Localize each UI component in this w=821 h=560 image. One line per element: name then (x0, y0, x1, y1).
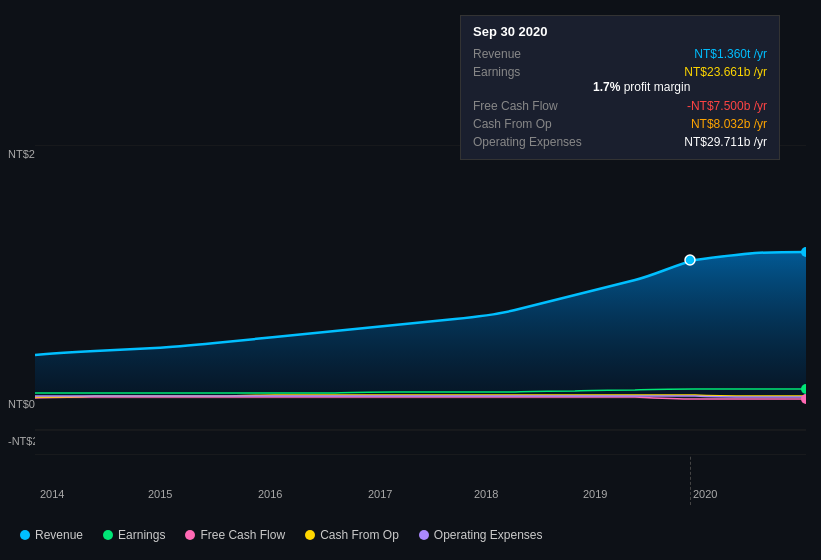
tooltip: Sep 30 2020 Revenue NT$1.360t /yr Earnin… (460, 15, 780, 160)
tooltip-title: Sep 30 2020 (473, 24, 767, 39)
legend-cashfromop[interactable]: Cash From Op (305, 528, 399, 542)
x-label-2020: 2020 (693, 488, 717, 500)
x-label-2014: 2014 (40, 488, 64, 500)
legend-dot-cashfromop (305, 530, 315, 540)
tooltip-row-opex: Operating Expenses NT$29.711b /yr (473, 133, 767, 151)
tooltip-value-opex: NT$29.711b /yr (684, 135, 767, 149)
tooltip-label-cashfromop: Cash From Op (473, 117, 593, 131)
tooltip-label-earnings: Earnings (473, 65, 593, 79)
x-label-2019: 2019 (583, 488, 607, 500)
legend-revenue[interactable]: Revenue (20, 528, 83, 542)
legend-label-opex: Operating Expenses (434, 528, 543, 542)
tooltip-label-fcf: Free Cash Flow (473, 99, 593, 113)
tooltip-row-cashfromop: Cash From Op NT$8.032b /yr (473, 115, 767, 133)
legend-dot-fcf (185, 530, 195, 540)
tooltip-value-cashfromop: NT$8.032b /yr (691, 117, 767, 131)
tooltip-profit-margin: 1.7% profit margin (473, 79, 767, 95)
tooltip-label-opex: Operating Expenses (473, 135, 593, 149)
legend-earnings[interactable]: Earnings (103, 528, 165, 542)
legend-label-earnings: Earnings (118, 528, 165, 542)
tooltip-value-revenue: NT$1.360t /yr (694, 47, 767, 61)
legend-dot-revenue (20, 530, 30, 540)
chart-container: Sep 30 2020 Revenue NT$1.360t /yr Earnin… (0, 0, 821, 560)
legend-dot-earnings (103, 530, 113, 540)
tooltip-value-earnings: NT$23.661b /yr (684, 65, 767, 79)
x-label-2016: 2016 (258, 488, 282, 500)
legend-opex[interactable]: Operating Expenses (419, 528, 543, 542)
legend-label-cashfromop: Cash From Op (320, 528, 399, 542)
x-label-2018: 2018 (474, 488, 498, 500)
x-label-2015: 2015 (148, 488, 172, 500)
tooltip-value-fcf: -NT$7.500b /yr (687, 99, 767, 113)
tooltip-row-fcf: Free Cash Flow -NT$7.500b /yr (473, 97, 767, 115)
tooltip-row-revenue: Revenue NT$1.360t /yr (473, 45, 767, 63)
legend-label-revenue: Revenue (35, 528, 83, 542)
svg-point-5 (685, 255, 695, 265)
tooltip-label-revenue: Revenue (473, 47, 593, 61)
chart-svg (35, 145, 806, 455)
legend-fcf[interactable]: Free Cash Flow (185, 528, 285, 542)
legend-label-fcf: Free Cash Flow (200, 528, 285, 542)
legend: Revenue Earnings Free Cash Flow Cash Fro… (20, 528, 543, 542)
x-label-2017: 2017 (368, 488, 392, 500)
y-axis-mid: NT$0 (8, 398, 35, 410)
legend-dot-opex (419, 530, 429, 540)
y-axis-top: NT$2t (8, 148, 38, 160)
